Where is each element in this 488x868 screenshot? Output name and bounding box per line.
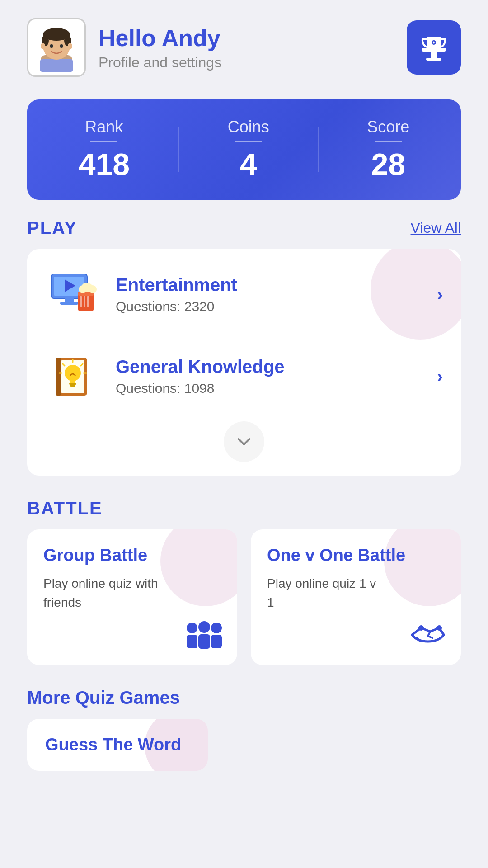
score-label: Score <box>367 118 409 137</box>
svg-point-8 <box>41 43 45 49</box>
stat-separator-1 <box>178 127 179 172</box>
play-title: PLAY <box>27 218 77 238</box>
group-battle-icon <box>184 619 225 652</box>
svg-rect-33 <box>69 383 76 385</box>
entertainment-chevron-icon: › <box>437 284 443 305</box>
one-v-one-icon <box>408 619 448 652</box>
svg-rect-18 <box>60 302 78 305</box>
coins-stat: Coins 4 <box>228 118 269 182</box>
avatar[interactable] <box>27 18 86 77</box>
svg-rect-1 <box>40 59 73 72</box>
svg-rect-34 <box>70 385 75 387</box>
rank-value: 418 <box>79 146 130 182</box>
general-knowledge-title: General Knowledge <box>116 357 437 377</box>
general-knowledge-item[interactable]: General Knowledge Questions: 1098 › <box>27 335 461 417</box>
one-v-one-battle-card[interactable]: One v One Battle Play online quiz 1 v 1 <box>251 529 461 665</box>
entertainment-text: Entertainment Questions: 2320 <box>116 275 437 314</box>
rank-label: Rank <box>85 118 123 137</box>
header-left: Hello Andy Profile and settings <box>27 18 221 77</box>
svg-point-46 <box>418 625 424 631</box>
guess-the-word-title: Guess The Word <box>45 735 181 755</box>
svg-point-23 <box>89 285 97 293</box>
svg-rect-12 <box>426 58 441 61</box>
general-knowledge-chevron-icon: › <box>437 366 443 387</box>
coins-label: Coins <box>228 118 269 137</box>
score-value: 28 <box>371 146 405 182</box>
expand-button[interactable] <box>224 421 264 462</box>
svg-rect-41 <box>187 635 197 648</box>
svg-point-9 <box>68 43 72 49</box>
group-battle-decoration <box>160 529 237 606</box>
battle-grid: Group Battle Play online quiz with frien… <box>27 529 461 665</box>
score-stat: Score 28 <box>367 118 409 182</box>
rank-stat: Rank 418 <box>79 118 130 182</box>
play-card: Entertainment Questions: 2320 › <box>27 249 461 476</box>
stats-card: Rank 418 Coins 4 Score 28 <box>27 99 461 200</box>
guess-the-word-card[interactable]: Guess The Word <box>27 719 208 771</box>
svg-point-7 <box>60 44 63 48</box>
one-v-one-desc: Play online quiz 1 v 1 <box>267 574 385 612</box>
more-title: More Quiz Games <box>27 688 461 708</box>
header: Hello Andy Profile and settings <box>0 0 488 90</box>
battle-section-header: BATTLE <box>0 498 488 519</box>
general-knowledge-icon <box>45 349 99 403</box>
group-battle-desc: Play online quiz with friends <box>43 574 161 612</box>
svg-rect-29 <box>56 358 61 396</box>
score-divider <box>375 141 402 142</box>
entertainment-item[interactable]: Entertainment Questions: 2320 › <box>27 254 461 335</box>
one-v-one-decoration <box>384 529 461 606</box>
svg-rect-11 <box>431 52 437 59</box>
svg-rect-25 <box>80 296 82 307</box>
view-all-button[interactable]: View All <box>411 220 461 236</box>
general-knowledge-text: General Knowledge Questions: 1098 <box>116 357 437 396</box>
entertainment-questions: Questions: 2320 <box>116 299 437 314</box>
rank-divider <box>90 141 117 142</box>
trophy-button[interactable] <box>407 20 461 75</box>
entertainment-icon <box>45 267 99 321</box>
svg-rect-43 <box>198 634 210 649</box>
svg-rect-26 <box>84 296 85 307</box>
svg-rect-27 <box>87 296 89 307</box>
coins-divider <box>235 141 262 142</box>
more-section: More Quiz Games Guess The Word <box>0 688 488 771</box>
svg-point-47 <box>436 625 442 631</box>
svg-point-6 <box>50 44 53 48</box>
profile-subtitle: Profile and settings <box>99 54 221 71</box>
coins-value: 4 <box>240 146 257 182</box>
group-battle-card[interactable]: Group Battle Play online quiz with frien… <box>27 529 237 665</box>
entertainment-title: Entertainment <box>116 275 437 295</box>
svg-point-31 <box>65 365 81 381</box>
one-v-one-title: One v One Battle <box>267 546 445 565</box>
svg-rect-45 <box>211 635 222 648</box>
group-battle-title: Group Battle <box>43 546 221 565</box>
battle-title: BATTLE <box>27 498 103 519</box>
play-section-header: PLAY View All <box>0 218 488 238</box>
greeting-text: Hello Andy <box>99 24 221 52</box>
stat-separator-2 <box>318 127 319 172</box>
svg-point-44 <box>211 623 222 633</box>
svg-point-40 <box>187 623 197 633</box>
general-knowledge-questions: Questions: 1098 <box>116 381 437 396</box>
svg-point-42 <box>198 621 210 633</box>
header-text: Hello Andy Profile and settings <box>99 24 221 71</box>
svg-point-24 <box>82 283 89 290</box>
